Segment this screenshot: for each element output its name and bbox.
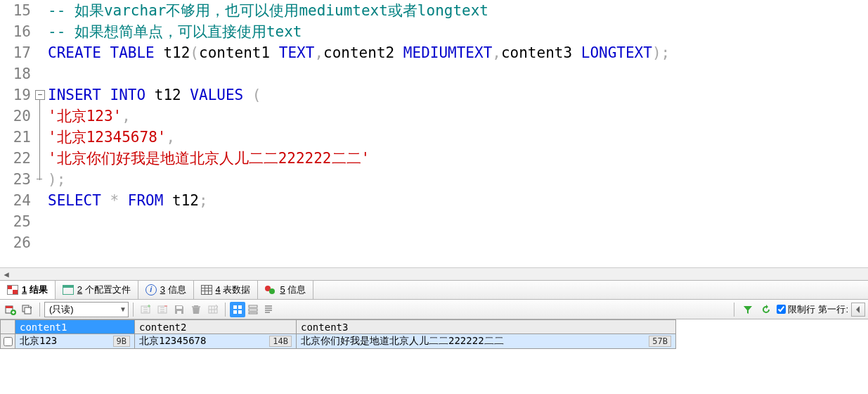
fold-toggle[interactable]: −: [35, 90, 45, 100]
cell-size-badge: 14B: [269, 336, 292, 347]
svg-rect-15: [249, 305, 257, 307]
result-toolbar: (只读) ▼ 限制行 第一行:: [0, 300, 868, 319]
filter-button[interactable]: [740, 302, 756, 317]
tab-hotkey: 1: [22, 284, 27, 295]
svg-rect-4: [25, 307, 31, 314]
sql-editor[interactable]: 151617181920212223242526 − -- 如果varchar不…: [0, 0, 868, 267]
tab-hotkey: 5: [280, 284, 285, 295]
view-form-button[interactable]: [245, 302, 261, 317]
tab-info[interactable]: 3 信息: [138, 281, 194, 299]
tab-hotkey: 2: [77, 284, 82, 295]
svg-rect-12: [238, 305, 242, 309]
info-icon: [145, 284, 157, 296]
column-label: content3: [301, 322, 348, 333]
cell-content3[interactable]: 北京你们好我是地道北京人儿二二222222二二 57B: [297, 334, 676, 349]
row-header[interactable]: [0, 334, 15, 349]
tab-label: 信息: [287, 284, 306, 295]
grid-header-row: content1 content2 content3: [0, 319, 868, 334]
scroll-left-icon[interactable]: ◀: [0, 269, 13, 279]
messages-icon: [265, 284, 276, 296]
svg-rect-16: [249, 309, 257, 311]
cell-size-badge: 57B: [649, 336, 671, 347]
tab-label: 信息: [168, 284, 186, 295]
svg-rect-7: [176, 306, 182, 309]
cell-size-badge: 9B: [113, 336, 130, 347]
save-button[interactable]: [171, 302, 187, 317]
limit-rows-label: 限制行: [788, 303, 815, 316]
tab-label: 个配置文件: [85, 284, 131, 295]
fold-column[interactable]: −: [35, 0, 48, 267]
first-row-prev-button[interactable]: [851, 303, 865, 317]
tab-label: 表数据: [223, 284, 250, 295]
edit-mode-select[interactable]: (只读) ▼: [44, 302, 129, 317]
svg-rect-13: [233, 310, 237, 314]
profile-icon: [63, 284, 74, 296]
svg-rect-11: [233, 305, 237, 309]
tab-table-data[interactable]: 4 表数据: [194, 281, 259, 299]
column-label: content2: [139, 322, 186, 333]
result-grid[interactable]: content1 content2 content3 北京123 9B 北京12…: [0, 319, 868, 349]
edit-mode-label: (只读): [49, 303, 74, 316]
first-row-label: 第一行:: [818, 303, 848, 316]
code-area[interactable]: -- 如果varchar不够用，也可以使用mediumtext或者longtex…: [48, 0, 868, 267]
view-grid-button[interactable]: [230, 302, 245, 317]
tab-profiles[interactable]: 2 个配置文件: [56, 281, 138, 299]
chevron-down-icon: ▼: [115, 305, 127, 313]
column-header-content1[interactable]: content1: [15, 319, 135, 334]
row-checkbox[interactable]: [4, 337, 13, 346]
svg-rect-8: [177, 311, 181, 314]
refresh-button[interactable]: [758, 302, 774, 317]
tab-hotkey: 3: [160, 284, 165, 295]
column-header-content2[interactable]: content2: [135, 319, 297, 334]
result-grid-icon: [7, 284, 18, 296]
table-row[interactable]: 北京123 9B 北京12345678 14B 北京你们好我是地道北京人儿二二2…: [0, 334, 868, 349]
cell-value: 北京12345678: [139, 335, 206, 348]
line-number-gutter: 151617181920212223242526: [0, 0, 35, 267]
cell-value: 北京123: [20, 335, 57, 348]
tab-label: 结果: [30, 284, 48, 295]
table-data-icon: [201, 284, 212, 296]
tab-hotkey: 4: [216, 284, 221, 295]
limit-rows-checkbox[interactable]: 限制行: [777, 303, 815, 316]
cell-content1[interactable]: 北京123 9B: [15, 334, 135, 349]
delete-row-button[interactable]: [155, 302, 170, 317]
tab-result[interactable]: 1 结果: [0, 281, 56, 299]
column-header-content3[interactable]: content3: [297, 319, 676, 334]
editor-horizontal-scrollbar[interactable]: ◀: [0, 267, 868, 280]
export-button[interactable]: [205, 302, 221, 317]
insert-row-button[interactable]: [138, 302, 153, 317]
result-tabs: 1 结果 2 个配置文件 3 信息 4 表数据 5 信息: [0, 280, 868, 300]
cell-value: 北京你们好我是地道北京人儿二二222222二二: [301, 335, 504, 348]
svg-rect-14: [238, 310, 242, 314]
cell-content2[interactable]: 北京12345678 14B: [135, 334, 297, 349]
duplicate-row-button[interactable]: [20, 302, 35, 317]
grid-corner[interactable]: [0, 319, 15, 334]
tab-messages[interactable]: 5 信息: [258, 281, 313, 299]
cancel-button[interactable]: [188, 302, 204, 317]
column-label: content1: [20, 322, 67, 333]
add-row-button[interactable]: [3, 302, 18, 317]
svg-rect-17: [249, 312, 257, 314]
view-text-button[interactable]: [261, 302, 276, 317]
limit-rows-input[interactable]: [777, 305, 786, 314]
svg-rect-1: [6, 306, 13, 308]
